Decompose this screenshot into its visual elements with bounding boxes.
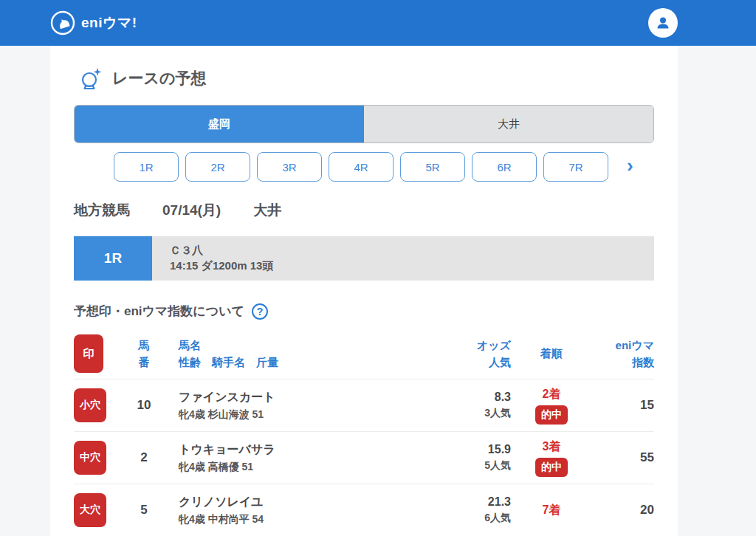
- app-logo[interactable]: eniウマ!: [50, 10, 137, 35]
- prediction-table: 印 馬 番 馬名 性齢 騎手名 斤量 オッズ 人気 着順 eniウマ 指数: [74, 333, 654, 536]
- race-button-7r[interactable]: 7R: [543, 152, 608, 182]
- table-row[interactable]: 中穴 2 トウキョーバサラ 牝4歳 高橋優 51 15.9 5人気 3着 的中 …: [74, 432, 654, 484]
- finish-rank: 2着: [511, 387, 592, 402]
- race-button-4r[interactable]: 4R: [329, 152, 394, 182]
- odds-value: 8.3: [430, 391, 511, 404]
- section-title-row: レースの予想: [80, 66, 654, 90]
- about-row: 予想印・eniウマ指数について ?: [74, 303, 654, 320]
- race-button-5r[interactable]: 5R: [400, 152, 465, 182]
- table-row[interactable]: 大穴 5 クリノソレイユ 牝4歳 中村尚平 54 21.3 6人気 7着 20: [74, 484, 654, 536]
- finish-rank: 3着: [511, 439, 592, 455]
- main-content-card: レースの予想 盛岡 大井 1R 2R 3R 4R 5R 6R 7R › 地方競馬…: [50, 46, 678, 536]
- race-number-label: 1R: [74, 236, 152, 281]
- race-info-body: Ｃ３八 14:15 ダ1200m 13頭: [152, 236, 654, 281]
- header-mark-badge: 印: [74, 334, 103, 373]
- header-number: 馬 番: [121, 337, 167, 371]
- popularity: 3人気: [430, 407, 511, 420]
- prediction-mark-badge: 中穴: [74, 441, 106, 475]
- tab-oi[interactable]: 大井: [364, 106, 653, 142]
- meta-date: 07/14(月): [162, 201, 221, 220]
- horse-number: 10: [121, 398, 167, 413]
- horse-number: 2: [121, 450, 167, 465]
- race-button-1r[interactable]: 1R: [114, 152, 179, 182]
- about-label: 予想印・eniウマ指数について: [74, 303, 244, 320]
- horse-name: クリノソレイユ: [179, 495, 430, 510]
- header-index: eniウマ 指数: [592, 337, 654, 371]
- horse-name: ファインスカート: [179, 390, 430, 405]
- header-result: 着順: [511, 345, 592, 362]
- hit-badge: 的中: [535, 405, 568, 425]
- eniuma-index: 55: [592, 450, 654, 465]
- header-name: 馬名 性齢 騎手名 斤量: [167, 337, 430, 371]
- race-button-3r[interactable]: 3R: [257, 152, 322, 182]
- prediction-mark-badge: 小穴: [74, 388, 106, 422]
- meta-category: 地方競馬: [74, 201, 130, 220]
- horse-number: 5: [121, 503, 167, 518]
- header-odds: オッズ 人気: [430, 337, 511, 371]
- meta-track: 大井: [253, 201, 281, 220]
- hit-badge: 的中: [535, 458, 568, 477]
- race-button-6r[interactable]: 6R: [472, 152, 537, 182]
- horse-logo-icon: [50, 10, 75, 35]
- horse-detail: 牝4歳 中村尚平 54: [179, 513, 430, 526]
- help-icon[interactable]: ?: [252, 303, 268, 320]
- user-avatar-button[interactable]: [648, 8, 678, 38]
- race-class: Ｃ３八: [170, 244, 654, 258]
- prediction-mark-badge: 大穴: [74, 493, 106, 527]
- horse-name: トウキョーバサラ: [179, 442, 430, 458]
- table-header-row: 印 馬 番 馬名 性齢 騎手名 斤量 オッズ 人気 着順 eniウマ 指数: [74, 333, 654, 379]
- track-tabs: 盛岡 大井: [74, 105, 654, 143]
- race-number-buttons: 1R 2R 3R 4R 5R 6R 7R ›: [114, 152, 654, 182]
- race-details: 14:15 ダ1200m 13頭: [170, 259, 654, 273]
- horse-detail: 牝4歳 杉山海波 51: [179, 408, 430, 422]
- tab-morioka[interactable]: 盛岡: [75, 106, 364, 142]
- logo-text: eniウマ!: [81, 13, 137, 32]
- race-meta-row: 地方競馬 07/14(月) 大井: [74, 201, 654, 220]
- table-row[interactable]: 小穴 10 ファインスカート 牝4歳 杉山海波 51 8.3 3人気 2着 的中…: [74, 379, 654, 432]
- race-info-bar[interactable]: 1R Ｃ３八 14:15 ダ1200m 13頭: [74, 236, 654, 281]
- user-icon: [654, 14, 672, 32]
- eniuma-index: 20: [592, 503, 654, 518]
- popularity: 5人気: [430, 459, 511, 473]
- horse-detail: 牝4歳 高橋優 51: [179, 461, 430, 474]
- odds-value: 21.3: [430, 495, 511, 509]
- chevron-right-icon[interactable]: ›: [627, 156, 633, 178]
- eniuma-index: 15: [592, 398, 654, 413]
- crystal-ball-icon: [80, 66, 102, 90]
- odds-value: 15.9: [430, 443, 511, 456]
- page-title: レースの予想: [112, 68, 206, 89]
- app-header: eniウマ!: [0, 0, 756, 46]
- finish-rank: 7着: [511, 503, 592, 518]
- race-button-2r[interactable]: 2R: [185, 152, 250, 182]
- popularity: 6人気: [430, 512, 511, 525]
